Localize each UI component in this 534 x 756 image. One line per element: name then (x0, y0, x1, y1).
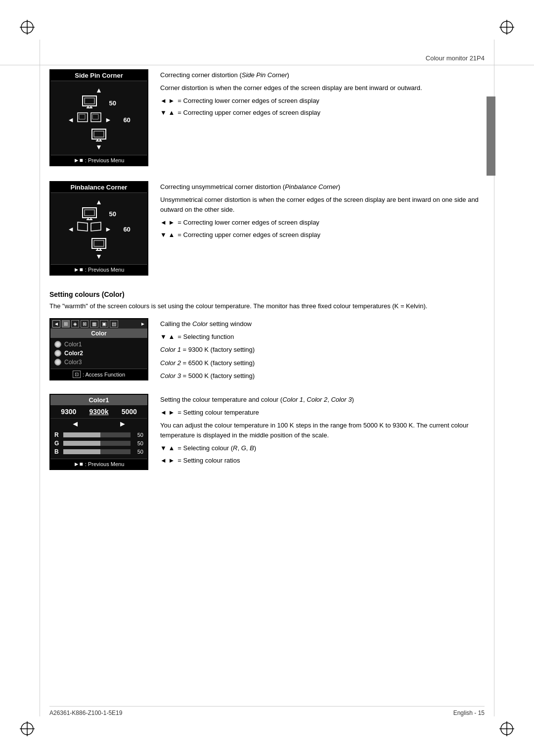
color1-temp-row: 9300 9300k 5000 (50, 405, 147, 419)
color-dot-2 (54, 350, 61, 357)
rgb-bar-g (63, 441, 131, 446)
screen-icon-top (82, 95, 97, 111)
svg-marker-37 (78, 222, 88, 231)
color-menu-section-row: ◄ ⊞ ◈ ⊠ ▦ ▣ ▤ ► Color Color1 (49, 318, 485, 384)
footer-icon-1: ►■ (74, 157, 83, 164)
rgb-fill-g (63, 441, 100, 446)
color1-box: Color1 9300 9300k 5000 ◄ ► R (49, 394, 148, 470)
menu-icon-3: ◈ (71, 320, 79, 328)
pinbalance-arrow-1: ◄ ► = Correcting lower corner edges of s… (160, 218, 485, 228)
arrow-text-2: = Correcting upper corner edges of scree… (178, 108, 320, 118)
number-60: 60 (116, 116, 131, 124)
color-item-2[interactable]: Color2 (54, 349, 143, 358)
arrow-sym-2: ▼ ▲ (160, 108, 175, 118)
color-menu-footer-text: : Access Function (83, 372, 125, 378)
rgb-label-b: B (54, 448, 61, 455)
pinbalance-body: ▲ 50 ◄ (50, 193, 147, 264)
setting-colors-title: Setting colours (Color) (49, 290, 485, 298)
header-title: Colour monitor 21P4 (426, 54, 485, 62)
color-item-1[interactable]: Color1 (54, 340, 143, 349)
pinbalance-heading: Correcting unsymmetrical corner distorti… (160, 182, 485, 192)
right-arrow: ► (105, 116, 112, 124)
left-arrow: ◄ (67, 116, 74, 124)
accent-bar (487, 96, 495, 176)
temp-9300k: 9300k (89, 408, 109, 416)
side-pin-corner-monitor: Side Pin Corner ▲ (49, 69, 148, 166)
color-item-3[interactable]: Color3 (54, 358, 143, 367)
pb-arrow-sym-2: ▼ ▲ (160, 230, 175, 240)
reg-mark-br (499, 721, 514, 736)
rgb-value-b: 50 (133, 449, 143, 455)
color1-arrow-sym-3: ◄ ► (160, 456, 175, 466)
footer-left: A26361-K886-Z100-1-5E19 (49, 709, 122, 716)
menu-icon-2: ⊞ (62, 320, 70, 328)
color-item-1-label: Color1 (64, 341, 82, 348)
color-item-3-label: Color3 (64, 359, 82, 366)
color-item-2-label: Color2 (64, 350, 83, 357)
reg-mark-tr (499, 20, 514, 35)
side-pin-arrow-2: ▼ ▲ = Correcting upper corner edges of s… (160, 108, 485, 118)
color1-arrow-text-3: = Setting colour ratios (178, 456, 240, 466)
color-menu-topbar: ◄ ⊞ ◈ ⊠ ▦ ▣ ▤ ► (50, 319, 147, 329)
color1-arrow-row: ◄ ► (50, 419, 147, 429)
pb-diagram-row-1: 50 (54, 207, 143, 221)
color-calling-text: Calling the Color setting window (160, 319, 485, 329)
color-dot-1 (54, 341, 61, 348)
pb-number-50: 50 (101, 210, 116, 218)
color1-arrow-text-2: = Selecting colour (R, G, B) (178, 443, 256, 453)
side-pin-diagram: ▲ 50 (54, 86, 143, 151)
side-pin-arrow-1: ◄ ► = Correcting lower corner edges of s… (160, 96, 485, 106)
arrow-down: ▼ (95, 143, 102, 151)
diagram-row-2: ◄ (54, 112, 143, 127)
rgb-fill-b (63, 449, 100, 454)
color1-title: Color1 (50, 395, 147, 405)
menu-icon-4: ⊠ (81, 320, 89, 328)
color3-factory: Color 3 = 5000 K (factory setting) (160, 371, 485, 381)
menu-icon-arrow-right: ► (140, 321, 145, 327)
footer-text-1: : Previous Menu (85, 157, 124, 163)
side-pin-desc: Correcting corner distortion (Side Pin C… (160, 69, 485, 120)
side-pin-corner-section: Side Pin Corner ▲ (49, 69, 485, 166)
svg-rect-13 (85, 98, 94, 104)
side-pin-heading: Correcting corner distortion (Side Pin C… (160, 70, 485, 80)
pb-arrow-down: ▼ (95, 252, 102, 260)
pb-footer-text: : Previous Menu (85, 267, 124, 273)
rgb-row-r: R 50 (54, 431, 143, 438)
color-menu-icons: ◄ ⊞ ◈ ⊠ ▦ ▣ ▤ (52, 320, 118, 328)
pb-footer-icon: ►■ (74, 266, 83, 273)
color1-arrow-text-1: = Setting colour temperature (178, 408, 259, 418)
color1-footer-text: : Previous Menu (85, 461, 124, 467)
rgb-label-g: G (54, 440, 61, 447)
color1-desc-area: Setting the colour temperature and colou… (160, 394, 485, 468)
color1-select-arrow: ▼ ▲ = Selecting colour (R, G, B) (160, 443, 485, 453)
svg-marker-38 (91, 222, 101, 231)
pinbalance-corner-section: Pinbalance Corner ▲ 50 (49, 181, 485, 276)
rgb-value-g: 50 (133, 440, 143, 446)
color1-section-row: Color1 9300 9300k 5000 ◄ ► R (49, 394, 485, 470)
color1-ratio-arrow: ◄ ► = Setting colour ratios (160, 456, 485, 466)
side-pin-text: Corner distortion is when the corner edg… (160, 83, 485, 93)
color-dot-3 (54, 359, 61, 366)
arrow-sym-1: ◄ ► (160, 96, 175, 106)
temp-5000: 5000 (122, 408, 137, 416)
pb-diagram-row-3 (54, 237, 143, 251)
color1-footer-icon: ►■ (74, 461, 83, 468)
color-select-func: ▼ ▲ = Selecting function (160, 332, 485, 342)
pinbalance-footer: ►■ : Previous Menu (50, 264, 147, 275)
border-left (40, 40, 40, 716)
pinbalance-title: Pinbalance Corner (50, 182, 147, 193)
pb-arrow-text-2: = Correcting upper corner edges of scree… (178, 230, 320, 240)
menu-icon-7: ▤ (110, 320, 118, 328)
arrow-up: ▲ (95, 86, 102, 94)
color2-factory: Color 2 = 6500 K (factory setting) (160, 358, 485, 368)
rgb-row-g: G 50 (54, 440, 143, 447)
color1-arrow-sym-1: ◄ ► (160, 408, 175, 418)
pb-left-arrow: ◄ (67, 225, 74, 233)
svg-rect-28 (94, 131, 104, 137)
rgb-bar-b (63, 449, 131, 454)
rgb-bar-r (63, 432, 131, 437)
color1-desc-text: You can adjust the colour temperature in… (160, 421, 485, 440)
pb-right-arrow: ► (105, 225, 112, 233)
pb-arrow-up: ▲ (95, 198, 102, 206)
rgb-value-r: 50 (133, 432, 143, 438)
